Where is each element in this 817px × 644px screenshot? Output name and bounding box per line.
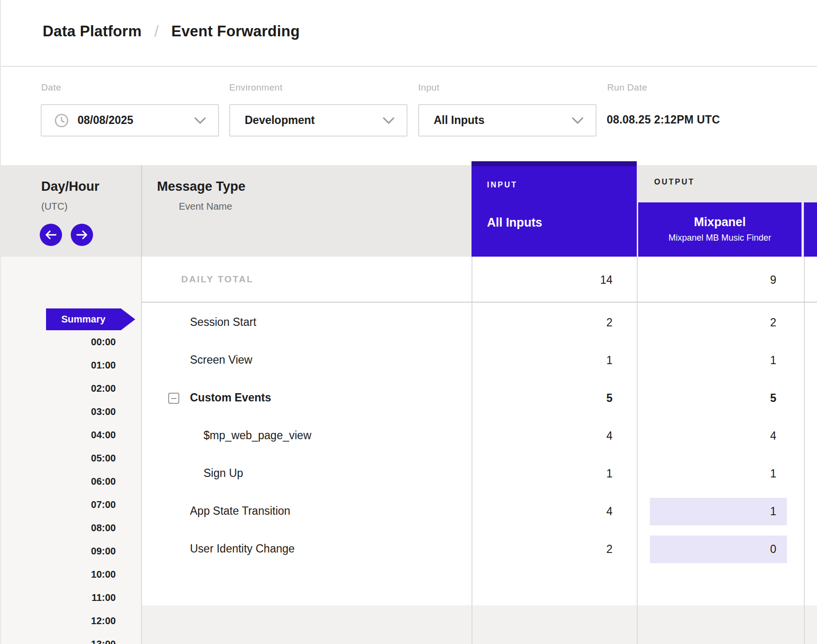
summary-tab[interactable]: Summary	[46, 308, 135, 330]
row-output-cell: 4	[637, 422, 804, 449]
hour-row-00[interactable]: 00:00	[1, 337, 116, 348]
hour-row-01[interactable]: 01:00	[1, 360, 116, 371]
output-column-header-next[interactable]	[804, 202, 817, 257]
page-title: Event Forwarding	[172, 23, 300, 40]
row-label-session-start: Session Start	[190, 316, 256, 329]
date-value: 08/08/2025	[69, 114, 194, 127]
message-type-column-subtitle: Event Name	[179, 201, 232, 212]
row-input-cell: 1	[471, 347, 637, 374]
clock-icon	[54, 113, 69, 128]
run-date-value: 08.08.25 2:12PM UTC	[607, 113, 720, 126]
output-group-label: OUTPUT	[654, 178, 695, 186]
hour-row-05[interactable]: 05:00	[1, 453, 116, 464]
section-divider	[141, 302, 817, 303]
chevron-down-icon	[571, 117, 584, 124]
input-group-label: INPUT	[487, 181, 518, 189]
row-label-screen-view: Screen View	[190, 353, 252, 367]
output-column-header-mixpanel[interactable]: Mixpanel Mixpanel MB Music Finder	[638, 202, 801, 257]
output-column-subtitle: Mixpanel MB Music Finder	[638, 233, 801, 243]
chevron-down-icon	[382, 117, 395, 124]
row-input-cell: 2	[471, 536, 637, 563]
row-output-cell: 0	[637, 536, 804, 563]
row-input-cell: 1	[471, 460, 637, 487]
input-value: All Inputs	[419, 114, 571, 127]
row-output-cell: 1	[637, 347, 804, 374]
run-date-label: Run Date	[607, 82, 647, 93]
hour-row-04[interactable]: 04:00	[1, 429, 116, 441]
message-type-column-title: Message Type	[157, 179, 246, 194]
hour-row-10[interactable]: 10:00	[1, 569, 116, 580]
top-bar: Data Platform / Event Forwarding	[1, 0, 817, 67]
hour-row-07[interactable]: 07:00	[1, 499, 116, 510]
hour-row-02[interactable]: 02:00	[1, 383, 116, 394]
hour-row-11[interactable]: 11:00	[1, 592, 116, 603]
day-hour-column-title: Day/Hour	[41, 179, 99, 194]
row-input-cell: 4	[471, 498, 637, 525]
breadcrumb-section[interactable]: Data Platform	[43, 23, 141, 40]
grid-line	[141, 257, 142, 644]
date-select[interactable]: 08/08/2025	[41, 104, 219, 137]
input-column-header[interactable]: INPUT All Inputs	[471, 161, 637, 257]
breadcrumb: Data Platform / Event Forwarding	[43, 22, 300, 41]
output-column-name: Mixpanel	[638, 215, 801, 229]
environment-value: Development	[230, 114, 382, 127]
collapse-custom-events-icon[interactable]	[168, 393, 179, 404]
hour-row-12[interactable]: 12:00	[1, 615, 116, 627]
event-forwarding-page: Data Platform / Event Forwarding Date En…	[0, 0, 817, 644]
input-select[interactable]: All Inputs	[418, 104, 597, 137]
row-output-cell: 2	[637, 309, 804, 336]
row-output-cell: 1	[637, 498, 804, 525]
daily-total-output-cell: 9	[637, 266, 804, 293]
previous-day-button[interactable]	[40, 224, 62, 246]
row-label-sign-up: Sign Up	[204, 467, 243, 480]
row-output-cell: 5	[637, 384, 804, 412]
hour-row-06[interactable]: 06:00	[1, 476, 116, 487]
environment-select[interactable]: Development	[229, 104, 408, 137]
summary-tab-label: Summary	[61, 314, 105, 325]
input-column-name: All Inputs	[487, 215, 542, 230]
hour-row-08[interactable]: 08:00	[1, 522, 116, 534]
table-footer-area	[141, 605, 817, 644]
date-filter-label: Date	[41, 82, 61, 93]
breadcrumb-separator: /	[154, 22, 158, 41]
hour-row-03[interactable]: 03:00	[1, 406, 116, 417]
daily-total-label: DAILY TOTAL	[181, 274, 253, 285]
chevron-down-icon	[194, 117, 206, 124]
arrow-right-icon	[76, 230, 88, 239]
row-output-cell: 1	[637, 460, 804, 487]
environment-filter-label: Environment	[229, 82, 283, 93]
row-input-cell: 4	[471, 422, 637, 449]
next-day-button[interactable]	[71, 224, 93, 246]
column-divider	[141, 165, 142, 257]
row-label-mp-web-page-view: $mp_web_page_view	[204, 429, 312, 442]
day-hour-column-subtitle: (UTC)	[41, 201, 67, 212]
row-label-user-identity-change: User Identity Change	[190, 542, 295, 555]
row-input-cell: 2	[471, 309, 637, 336]
row-label-app-state-transition: App State Transition	[190, 505, 290, 518]
input-column-accent-strip	[471, 161, 637, 166]
input-filter-label: Input	[418, 82, 440, 93]
daily-total-input-cell: 14	[471, 266, 637, 293]
row-label-custom-events: Custom Events	[190, 391, 271, 404]
hour-row-09[interactable]: 09:00	[1, 546, 116, 557]
row-input-cell: 5	[471, 384, 637, 412]
hour-row-13[interactable]: 13:00	[1, 639, 116, 644]
arrow-left-icon	[45, 230, 57, 239]
